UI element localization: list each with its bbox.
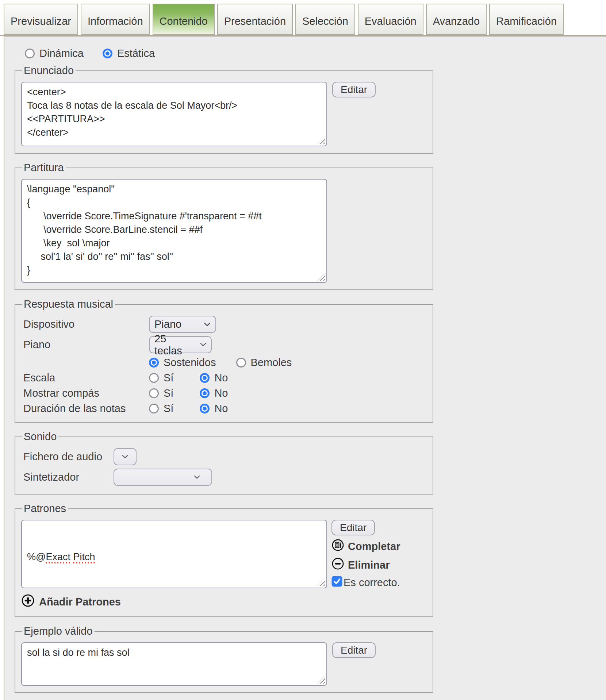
si-label: Sí bbox=[164, 387, 173, 399]
mostrar-compas-radio-si-circle[interactable] bbox=[149, 388, 159, 398]
patrones-textarea[interactable]: %@Exact Pitch <<SCORE>> bbox=[21, 520, 327, 588]
ejemplo-valido-legend: Ejemplo válido bbox=[22, 625, 95, 637]
tab-avanzado[interactable]: Avanzado bbox=[426, 4, 487, 35]
mostrar-compas-row: Mostrar compás Sí No bbox=[21, 387, 427, 399]
duracion-radio-no[interactable]: No bbox=[200, 403, 228, 415]
radio-dinamica-circle[interactable] bbox=[25, 49, 35, 58]
radio-bemoles[interactable]: Bemoles bbox=[236, 357, 292, 369]
tab-ramificacion[interactable]: Ramificación bbox=[489, 4, 564, 35]
no-label: No bbox=[214, 387, 228, 399]
radio-sostenidos-circle[interactable] bbox=[149, 358, 159, 368]
patrones-legend: Patrones bbox=[22, 503, 68, 515]
no-label: No bbox=[214, 403, 228, 415]
si-label: Sí bbox=[164, 372, 173, 384]
radio-sostenidos[interactable]: Sostenidos bbox=[149, 357, 216, 369]
sintetizador-row: Sintetizador bbox=[21, 469, 427, 486]
radio-dinamica[interactable]: Dinámica bbox=[25, 47, 84, 59]
fichero-audio-row: Fichero de audio bbox=[21, 448, 427, 465]
patrones-editar-button[interactable]: Editar bbox=[331, 520, 375, 535]
piano-row: Piano 25 teclas bbox=[21, 336, 427, 353]
mostrar-compas-radio-no[interactable]: No bbox=[200, 387, 228, 399]
radio-estatica[interactable]: Estática bbox=[103, 47, 155, 59]
radio-dinamica-label: Dinámica bbox=[39, 47, 84, 59]
escala-radio-no[interactable]: No bbox=[200, 372, 228, 384]
ejemplo-valido-fieldset: Ejemplo válido sol la si do re mi fas so… bbox=[15, 625, 433, 693]
dispositivo-label: Dispositivo bbox=[21, 318, 149, 330]
enunciado-fieldset: Enunciado <center> Toca las 8 notas de l… bbox=[15, 65, 433, 154]
anadir-patrones-button[interactable]: Añadir Patrones bbox=[21, 594, 427, 610]
patrones-fieldset: Patrones %@Exact Pitch <<SCORE>> Editar bbox=[15, 503, 433, 617]
tab-presentacion[interactable]: Presentación bbox=[217, 4, 293, 35]
enunciado-legend: Enunciado bbox=[22, 65, 76, 77]
tab-evaluacion[interactable]: Evaluación bbox=[358, 4, 423, 35]
dispositivo-select-value: Piano bbox=[154, 318, 181, 330]
completar-button[interactable]: Completar bbox=[331, 539, 400, 554]
respuesta-musical-legend: Respuesta musical bbox=[22, 298, 115, 310]
dispositivo-select[interactable]: Piano bbox=[149, 316, 216, 333]
tab-informacion[interactable]: Información bbox=[81, 4, 150, 35]
completar-icon[interactable] bbox=[331, 539, 344, 554]
es-correcto-label: Es correcto. bbox=[344, 577, 400, 589]
duracion-radio-si[interactable]: Sí bbox=[149, 403, 173, 415]
radio-estatica-circle[interactable] bbox=[103, 49, 112, 58]
patrones-line-1: %@Exact Pitch bbox=[27, 550, 321, 564]
dispositivo-row: Dispositivo Piano bbox=[21, 316, 427, 333]
sintetizador-select[interactable] bbox=[114, 469, 212, 486]
radio-estatica-label: Estática bbox=[117, 47, 155, 59]
escala-row: Escala Sí No bbox=[21, 372, 427, 384]
respuesta-musical-fieldset: Respuesta musical Dispositivo Piano Pian… bbox=[15, 298, 433, 423]
accidentals-row: Sostenidos Bemoles bbox=[21, 357, 427, 369]
partitura-textarea[interactable]: \language "espanol" { \override Score.Ti… bbox=[21, 179, 327, 283]
chevron-down-icon bbox=[194, 475, 200, 479]
piano-select-value: 25 teclas bbox=[154, 333, 195, 357]
chevron-down-icon bbox=[200, 343, 206, 347]
fichero-audio-select[interactable] bbox=[114, 448, 137, 465]
enunciado-textarea[interactable]: <center> Toca las 8 notas de la escala d… bbox=[21, 82, 327, 146]
enunciado-editar-button[interactable]: Editar bbox=[332, 82, 376, 97]
fichero-audio-label: Fichero de audio bbox=[21, 451, 114, 463]
mode-radio-group: Dinámica Estática bbox=[25, 47, 606, 59]
sintetizador-label: Sintetizador bbox=[21, 471, 114, 483]
duracion-radio-no-circle[interactable] bbox=[200, 404, 210, 414]
chevron-down-icon bbox=[204, 322, 211, 327]
radio-bemoles-label: Bemoles bbox=[251, 357, 292, 369]
tab-previsualizar[interactable]: Previsualizar bbox=[4, 4, 78, 35]
piano-select[interactable]: 25 teclas bbox=[149, 336, 212, 353]
eliminar-label: Eliminar bbox=[348, 559, 390, 571]
radio-sostenidos-label: Sostenidos bbox=[164, 357, 216, 369]
piano-label: Piano bbox=[21, 339, 149, 351]
ejemplo-editar-button[interactable]: Editar bbox=[332, 642, 376, 658]
ejemplo-valido-textarea[interactable]: sol la si do re mi fas sol bbox=[21, 642, 327, 686]
tab-seleccion[interactable]: Selección bbox=[295, 4, 355, 35]
tab-contenido[interactable]: Contenido bbox=[153, 4, 215, 35]
duracion-radio-si-circle[interactable] bbox=[149, 404, 159, 414]
minus-circle-icon[interactable] bbox=[331, 557, 344, 573]
radio-bemoles-circle[interactable] bbox=[236, 358, 246, 368]
content-panel: Dinámica Estática Enunciado <center> Toc… bbox=[4, 36, 606, 700]
sonido-legend: Sonido bbox=[22, 431, 58, 443]
anadir-patrones-label: Añadir Patrones bbox=[39, 596, 121, 608]
tab-bar: Previsualizar Información Contenido Pres… bbox=[0, 0, 606, 36]
escala-radio-si-circle[interactable] bbox=[149, 373, 159, 383]
mostrar-compas-label: Mostrar compás bbox=[21, 387, 149, 399]
duracion-notas-row: Duración de las notas Sí No bbox=[21, 403, 427, 415]
es-correcto-checkbox-row[interactable]: Es correcto. bbox=[331, 576, 400, 589]
sonido-fieldset: Sonido Fichero de audio Sintetizador bbox=[15, 431, 433, 495]
no-label: No bbox=[214, 372, 228, 384]
plus-circle-icon[interactable] bbox=[21, 594, 35, 610]
mostrar-compas-radio-si[interactable]: Sí bbox=[149, 387, 173, 399]
duracion-notas-label: Duración de las notas bbox=[21, 403, 149, 415]
completar-label: Completar bbox=[348, 541, 400, 553]
partitura-fieldset: Partitura \language "espanol" { \overrid… bbox=[15, 162, 433, 290]
chevron-down-icon bbox=[122, 455, 128, 459]
eliminar-button[interactable]: Eliminar bbox=[331, 557, 390, 573]
si-label: Sí bbox=[164, 403, 173, 415]
partitura-legend: Partitura bbox=[22, 162, 66, 174]
checkbox-checked-icon[interactable] bbox=[331, 576, 342, 589]
escala-label: Escala bbox=[21, 372, 149, 384]
escala-radio-si[interactable]: Sí bbox=[149, 372, 173, 384]
escala-radio-no-circle[interactable] bbox=[200, 373, 210, 383]
mostrar-compas-radio-no-circle[interactable] bbox=[200, 388, 210, 398]
